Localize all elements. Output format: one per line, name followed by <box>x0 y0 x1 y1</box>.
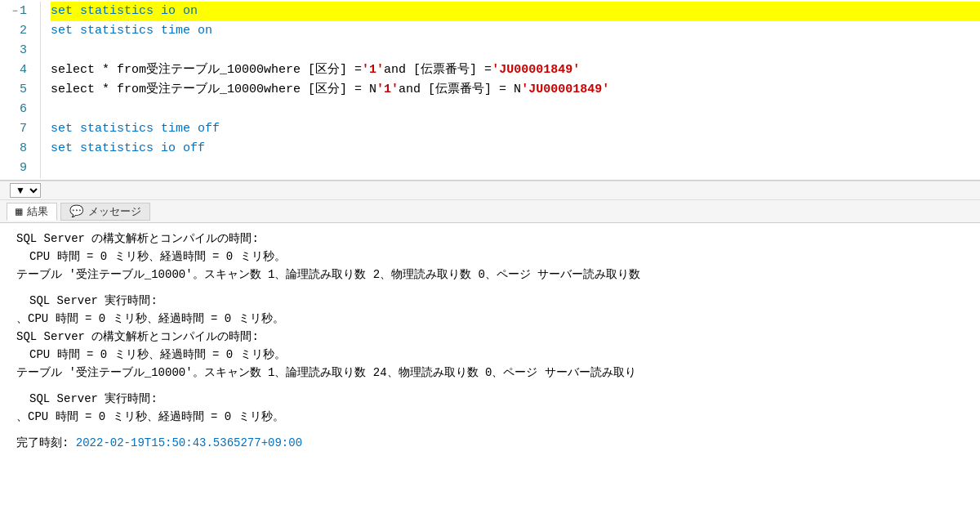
result-line-8: テーブル '受注テーブル_10000'。スキャン数 1、論理読み取り数 24、物… <box>16 364 964 382</box>
result-line-11: 、CPU 時間 = 0 ミリ秒、経過時間 = 0 ミリ秒。 <box>16 408 964 426</box>
tabs-bar: ▦結果💬メッセージ <box>0 200 980 223</box>
editor-content: −123456789 set statistics io on set stat… <box>0 0 980 180</box>
collapse-icon[interactable]: − <box>12 2 18 21</box>
line-number-5: 5 <box>0 80 33 100</box>
code-line-7: set statistics time off <box>51 119 980 139</box>
code-line-9 <box>51 159 980 178</box>
messages-tab-icon: 💬 <box>69 204 83 218</box>
code-line-1: set statistics io on <box>51 2 980 21</box>
result-line-6: SQL Server の構文解析とコンパイルの時間: <box>16 328 964 346</box>
line-number-6: 6 <box>0 100 33 119</box>
result-line-5: 、CPU 時間 = 0 ミリ秒、経過時間 = 0 ミリ秒。 <box>16 310 964 328</box>
code-line-2: set statistics time on <box>51 21 980 41</box>
line-number-9: 9 <box>0 159 33 178</box>
tab-results[interactable]: ▦結果 <box>7 203 57 221</box>
result-line-9 <box>16 382 964 390</box>
result-line-1: CPU 時間 = 0 ミリ秒、経過時間 = 0 ミリ秒。 <box>16 248 964 266</box>
result-line-0: SQL Server の構文解析とコンパイルの時間: <box>16 230 964 248</box>
code-line-8: set statistics io off <box>51 139 980 159</box>
line-numbers: −123456789 <box>0 2 41 178</box>
line-number-7: 7 <box>0 119 33 139</box>
line-number-4: 4 <box>0 60 33 80</box>
result-line-3 <box>16 284 964 292</box>
line-number-8: 8 <box>0 139 33 159</box>
zoom-select[interactable]: ▼ <box>10 183 41 198</box>
tab-messages[interactable]: 💬メッセージ <box>60 203 150 221</box>
editor-area: −123456789 set statistics io on set stat… <box>0 0 980 181</box>
results-tab-label: 結果 <box>27 204 48 219</box>
results-tab-icon: ▦ <box>16 204 22 218</box>
code-line-3 <box>51 41 980 60</box>
result-line-12 <box>16 426 964 434</box>
code-line-6 <box>51 100 980 119</box>
line-number-2: 2 <box>0 21 33 41</box>
result-line-13: 完了時刻: 2022-02-19T15:50:43.5365277+09:00 <box>16 434 964 452</box>
messages-tab-label: メッセージ <box>88 204 141 219</box>
result-line-2: テーブル '受注テーブル_10000'。スキャン数 1、論理読み取り数 2、物理… <box>16 266 964 284</box>
result-line-4: SQL Server 実行時間: <box>16 292 964 310</box>
zoom-bar: ▼ <box>0 181 980 200</box>
code-lines[interactable]: set statistics io on set statistics time… <box>41 2 980 178</box>
code-line-4: select * from 受注テーブル_10000 where [区分] = … <box>51 60 980 80</box>
result-line-10: SQL Server 実行時間: <box>16 390 964 408</box>
line-number-1: −1 <box>0 2 33 21</box>
results-area: SQL Server の構文解析とコンパイルの時間:CPU 時間 = 0 ミリ秒… <box>0 223 980 514</box>
line-number-3: 3 <box>0 41 33 60</box>
completion-time: 2022-02-19T15:50:43.5365277+09:00 <box>76 436 302 449</box>
code-line-5: select * from 受注テーブル_10000 where [区分] = … <box>51 80 980 100</box>
result-line-7: CPU 時間 = 0 ミリ秒、経過時間 = 0 ミリ秒。 <box>16 346 964 364</box>
